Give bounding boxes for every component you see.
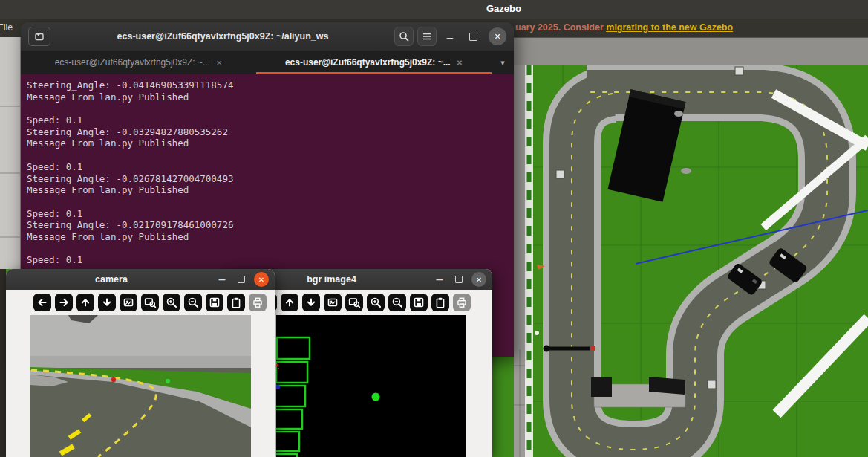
terminal-line [27, 149, 514, 161]
zoom-region-icon[interactable] [141, 294, 159, 311]
camera-window: camera – ✕ [6, 269, 275, 457]
gazebo-eol-warning: uary 2025. Consider migrating to the new… [515, 22, 733, 33]
target-point [372, 393, 380, 401]
zoom-100-icon[interactable] [120, 294, 137, 311]
zoom-in-icon[interactable] [367, 294, 385, 311]
print-icon[interactable] [453, 294, 471, 311]
minimize-button[interactable]: – [431, 271, 448, 288]
pan-right-icon[interactable] [55, 294, 73, 311]
maximize-button[interactable] [463, 27, 483, 46]
bgr-image-canvas[interactable] [276, 315, 466, 457]
zoom-in-icon[interactable] [163, 294, 180, 311]
tab-label: ecs-user@iZuf66qtyavlxrfng5j0x9Z: ~... [55, 57, 210, 68]
prop-gray-2 [681, 168, 691, 174]
terminal-line: Steering_Angle: -0.021709178461000726 [27, 219, 514, 231]
camera-window-title: camera [12, 274, 211, 285]
new-tab-button[interactable] [28, 27, 50, 46]
close-button[interactable]: ✕ [489, 27, 506, 45]
terminal-line: Speed: 0.1 [27, 254, 514, 266]
terminal-titlebar[interactable]: ecs-user@iZuf66qtyavlxrfng5j0x9Z: ~/aliy… [21, 22, 514, 51]
gazebo-migrate-link[interactable]: migrating to the new Gazebo [606, 22, 733, 33]
pan-up-icon[interactable] [76, 294, 94, 311]
terminal-line: Message From lan.py Published [27, 91, 514, 103]
print-icon[interactable] [249, 294, 267, 311]
copy-icon[interactable] [227, 294, 245, 311]
terminal-line: Steering_Angle: -0.03294827880535262 [27, 126, 514, 138]
zoom-out-icon[interactable] [388, 294, 406, 311]
save-icon[interactable] [206, 294, 223, 311]
warning-text: uary 2025. Consider [515, 22, 606, 33]
sky [30, 315, 251, 356]
zoom-100-icon[interactable] [324, 294, 342, 311]
camera-toolbar [6, 290, 275, 315]
close-button[interactable]: ✕ [471, 272, 486, 287]
terminal-line: Steering_Angle: -0.026781427004700493 [27, 173, 514, 185]
tab-label: ecs-user@iZuf66qtyavlxrfng5j0x9Z: ~... [285, 57, 451, 68]
terminal-line: Message From lan.py Published [27, 137, 514, 149]
red-point [111, 377, 116, 382]
active-app-title[interactable]: Gazebo [486, 3, 521, 14]
terminal-line: Speed: 0.1 [27, 208, 514, 220]
save-icon[interactable] [410, 294, 428, 311]
terminal-tab-bar: ecs-user@iZuf66qtyavlxrfng5j0x9Z: ~... ✕… [21, 51, 514, 74]
pan-down-icon[interactable] [302, 294, 320, 311]
gazebo-left-panel[interactable] [0, 37, 21, 269]
camera-titlebar[interactable]: camera – ✕ [6, 269, 275, 290]
gazebo-file-menu[interactable]: File [0, 22, 13, 33]
terminal-tab-2[interactable]: ecs-user@iZuf66qtyavlxrfng5j0x9Z: ~... ✕ [256, 51, 492, 74]
green-point [166, 379, 170, 383]
terminal-line: Speed: 0.1 [27, 161, 514, 173]
tab-close-icon[interactable]: ✕ [457, 59, 463, 67]
terminal-line: Message From lan.py Published [27, 231, 514, 243]
terminal-line [27, 243, 514, 255]
pan-left-icon[interactable] [33, 294, 51, 311]
terminal-line: Message From lan.py Published [27, 184, 514, 196]
copy-icon[interactable] [431, 294, 449, 311]
search-button[interactable] [394, 27, 414, 46]
minimize-button[interactable]: – [214, 271, 230, 288]
minimize-button[interactable]: – [440, 27, 460, 46]
desktop-edge [0, 269, 6, 457]
desktop-top-bar: Gazebo [0, 0, 868, 19]
zoom-out-icon[interactable] [184, 294, 202, 311]
tab-close-icon[interactable]: ✕ [216, 59, 222, 67]
terminal-title: ecs-user@iZuf66qtyavlxrfng5j0x9Z: ~/aliy… [55, 31, 391, 42]
close-button[interactable]: ✕ [254, 272, 269, 287]
terminal-line [27, 196, 514, 208]
camera-image-canvas[interactable] [30, 315, 251, 457]
zoom-region-icon[interactable] [345, 294, 363, 311]
red-marker [276, 364, 278, 366]
terminal-line: Speed: 0.1 [27, 114, 514, 126]
terminal-tab-1[interactable]: ecs-user@iZuf66qtyavlxrfng5j0x9Z: ~... ✕ [21, 51, 256, 74]
terminal-line [27, 103, 514, 114]
tab-list-dropdown[interactable]: ▾ [492, 51, 514, 74]
pan-down-icon[interactable] [98, 294, 116, 311]
pan-up-icon[interactable] [281, 294, 298, 311]
prop-gray-1 [674, 111, 683, 117]
terminal-line: Steering_Angle: -0.041469053391118574 [27, 80, 514, 91]
menu-button[interactable] [417, 27, 437, 46]
white-dot [535, 331, 539, 335]
maximize-button[interactable] [233, 271, 249, 288]
maximize-button[interactable] [451, 271, 467, 288]
